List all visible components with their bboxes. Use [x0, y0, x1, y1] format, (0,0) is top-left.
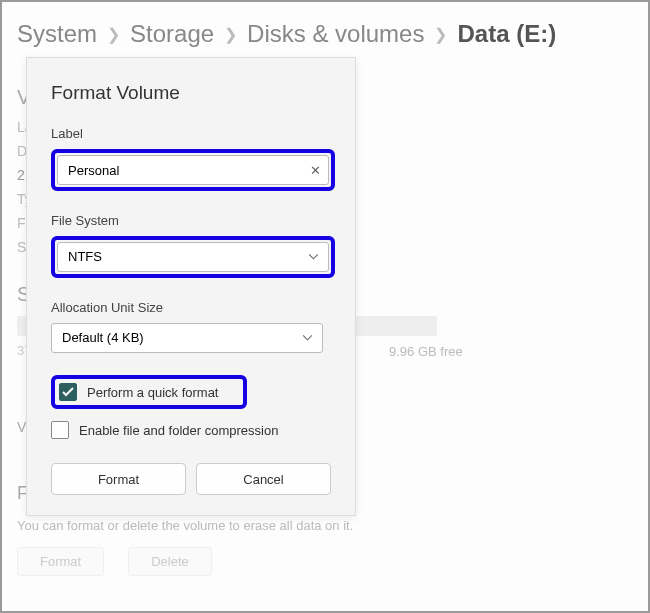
compression-label: Enable file and folder compression: [79, 423, 278, 438]
quick-format-row: Perform a quick format: [51, 375, 331, 409]
breadcrumb-system[interactable]: System: [17, 20, 97, 48]
breadcrumb-disks[interactable]: Disks & volumes: [247, 20, 424, 48]
clear-icon[interactable]: ✕: [310, 163, 321, 178]
filesystem-select[interactable]: NTFS: [57, 242, 329, 272]
quick-format-highlight: Perform a quick format: [51, 375, 247, 409]
allocation-caption: Allocation Unit Size: [51, 300, 331, 315]
filesystem-field: File System NTFS: [51, 213, 331, 278]
breadcrumb: System ❯ Storage ❯ Disks & volumes ❯ Dat…: [2, 2, 648, 58]
chevron-right-icon: ❯: [434, 25, 447, 44]
breadcrumb-storage[interactable]: Storage: [130, 20, 214, 48]
format-volume-dialog: Format Volume Label ✕ File System NTFS A…: [26, 57, 356, 516]
filesystem-caption: File System: [51, 213, 331, 228]
cancel-button[interactable]: Cancel: [196, 463, 331, 495]
compression-checkbox[interactable]: [51, 421, 69, 439]
filesystem-highlight: NTFS: [51, 236, 335, 278]
label-caption: Label: [51, 126, 331, 141]
label-highlight: ✕: [51, 149, 335, 191]
compression-row: Enable file and folder compression: [51, 421, 331, 439]
format-button[interactable]: Format: [51, 463, 186, 495]
label-field: Label ✕: [51, 126, 331, 191]
format-hint: You can format or delete the volume to e…: [17, 518, 633, 533]
breadcrumb-current: Data (E:): [457, 20, 556, 48]
bg-format-button[interactable]: Format: [17, 547, 104, 576]
bg-delete-button[interactable]: Delete: [128, 547, 212, 576]
chevron-right-icon: ❯: [107, 25, 120, 44]
quick-format-checkbox[interactable]: [59, 383, 77, 401]
allocation-field: Allocation Unit Size Default (4 KB): [51, 300, 331, 353]
allocation-select[interactable]: Default (4 KB): [51, 323, 323, 353]
dialog-buttons: Format Cancel: [51, 463, 331, 495]
free-space-text: 9.96 GB free: [389, 344, 633, 359]
dialog-title: Format Volume: [51, 82, 331, 104]
chevron-right-icon: ❯: [224, 25, 237, 44]
quick-format-label: Perform a quick format: [87, 385, 219, 400]
label-input[interactable]: [57, 155, 329, 185]
